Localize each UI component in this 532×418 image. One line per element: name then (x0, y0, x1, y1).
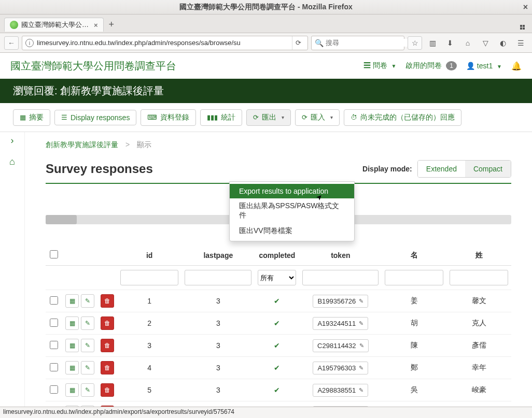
filter-lastname-input[interactable] (450, 270, 508, 285)
filter-lastpage-input[interactable] (185, 270, 251, 285)
view-button[interactable]: ▦ (65, 316, 79, 330)
summary-button[interactable]: ▦摘要 (13, 109, 50, 126)
keyboard-icon: ⌨ (147, 113, 157, 121)
cell-completed: ✔ (255, 290, 299, 312)
user-icon: 👤 (466, 62, 475, 70)
scrollbar-thumb[interactable] (46, 215, 77, 224)
token-pill[interactable]: A298838551✎ (313, 384, 368, 397)
display-compact-button[interactable]: Compact (465, 161, 511, 177)
url-input[interactable] (37, 39, 292, 47)
row-checkbox[interactable] (50, 341, 58, 349)
delete-button[interactable]: 🗑 (101, 361, 114, 374)
tab-title: 國立臺灣師範大學公… (21, 20, 89, 30)
pocket-button[interactable]: ▽ (478, 36, 493, 50)
stats-button[interactable]: ▮▮▮統計 (200, 109, 242, 126)
row-checkbox[interactable] (50, 385, 58, 394)
token-pill[interactable]: A195796303✎ (313, 362, 368, 374)
export-spss-item[interactable]: 匯出結果為SPSS/PASW格式文件 (230, 198, 354, 223)
export-button[interactable]: ⟳匯出▾ (246, 109, 291, 126)
row-checkbox[interactable] (50, 319, 58, 327)
token-text: A193244511 (317, 320, 356, 327)
display-responses-button[interactable]: ☰Display responses (54, 110, 136, 125)
view-button[interactable]: ▦ (65, 361, 79, 374)
delete-button[interactable]: 🗑 (101, 383, 114, 397)
home-button[interactable]: ⌂ (460, 36, 475, 50)
library-button[interactable]: ▥ (425, 36, 440, 50)
import-button[interactable]: ⟳匯入▾ (295, 109, 340, 126)
delete-button[interactable]: 🗑 (101, 294, 114, 308)
col-lastpage[interactable]: lastpage (181, 245, 255, 266)
display-extended-button[interactable]: Extended (418, 161, 465, 177)
page-title: Survey responses (46, 162, 153, 176)
table-row: ▦ ✎ 🗑 1 3 ✔ B199356726✎ 姜 馨文 (46, 290, 511, 312)
row-checkbox[interactable] (50, 296, 58, 305)
col-token[interactable]: token (299, 245, 382, 266)
filter-completed-select[interactable]: 所有 (258, 270, 296, 285)
edit-button[interactable]: ✎ (81, 294, 94, 308)
col-firstname[interactable]: 名 (382, 245, 446, 266)
view-button[interactable]: ▦ (65, 294, 79, 308)
search-bar[interactable]: 🔍 (311, 36, 404, 50)
delete-button[interactable]: 🗑 (101, 316, 114, 330)
browser-tab[interactable]: 國立臺灣師範大學公… × (4, 18, 104, 32)
filter-id-input[interactable] (120, 270, 178, 285)
token-pill[interactable]: A193244511✎ (313, 317, 368, 330)
menu-button[interactable]: ☰ (513, 36, 528, 50)
export-dropdown: Export results to application 匯出結果為SPSS/… (229, 181, 355, 241)
col-completed[interactable]: completed (255, 245, 299, 266)
view-button[interactable]: ▦ (65, 383, 79, 397)
edit-button[interactable]: ✎ (81, 383, 94, 397)
list-icon: ☰ (363, 61, 371, 69)
select-all-checkbox[interactable] (50, 250, 58, 258)
pencil-icon: ✎ (359, 320, 363, 327)
app-nav: ☰ 問卷 ▼ 啟用的問卷 1 👤 test1 ▼ 🔔 (363, 61, 522, 71)
chevron-down-icon: ▾ (330, 114, 333, 120)
breadcrumb-separator: > (125, 140, 130, 149)
site-info-icon[interactable]: i (25, 39, 34, 47)
col-id[interactable]: id (117, 245, 181, 266)
cell-id: 2 (117, 312, 181, 335)
bookmark-button[interactable]: ☆ (408, 36, 422, 50)
search-input[interactable] (326, 39, 413, 47)
tab-close-button[interactable]: × (94, 21, 98, 29)
col-lastname[interactable]: 姓 (446, 245, 511, 266)
edit-button[interactable]: ✎ (81, 316, 94, 330)
bell-icon[interactable]: 🔔 (511, 61, 522, 71)
filter-token-input[interactable] (302, 270, 379, 285)
nav-user[interactable]: 👤 test1 ▼ (466, 62, 502, 70)
downloads-button[interactable]: ⬇ (443, 36, 457, 50)
token-pill[interactable]: C298114432✎ (313, 339, 368, 352)
clock-icon: ⏱ (351, 113, 357, 121)
os-close-button[interactable]: × (523, 3, 528, 12)
edit-button[interactable]: ✎ (81, 339, 94, 352)
incomplete-button[interactable]: ⏱尚未完成的（已儲存的）回應 (344, 109, 461, 126)
cell-lastpage: 3 (181, 357, 255, 379)
back-button[interactable]: ← (4, 36, 19, 50)
search-icon: 🔍 (315, 39, 324, 47)
app-title[interactable]: 國立臺灣師範大學公用問卷調查平台 (10, 59, 176, 73)
overflow-button[interactable] (520, 20, 528, 30)
delete-button[interactable]: 🗑 (101, 339, 114, 352)
row-checkbox[interactable] (50, 363, 58, 371)
edit-button[interactable]: ✎ (81, 361, 94, 374)
filter-firstname-input[interactable] (385, 270, 443, 285)
sidebar-home-button[interactable]: ⌂ (9, 156, 15, 167)
new-tab-button[interactable]: + (109, 19, 115, 30)
reload-button[interactable]: ⟳ (292, 36, 304, 50)
url-bar[interactable]: i ⟳ (22, 36, 308, 50)
export-vv-item[interactable]: 匯出VV問卷檔案 (230, 223, 354, 239)
export-to-app-item[interactable]: Export results to application (230, 184, 354, 198)
breadcrumb-survey-link[interactable]: 創新教學實施課後評量 (46, 140, 118, 149)
data-entry-button[interactable]: ⌨資料登錄 (141, 109, 196, 126)
list-icon: ☰ (61, 113, 67, 121)
table-row: ▦ ✎ 🗑 3 3 ✔ C298114432✎ 陳 彥儒 (46, 335, 511, 357)
doc-icon: ▦ (20, 113, 26, 121)
nav-surveys[interactable]: ☰ 問卷 ▼ (363, 61, 397, 70)
chevron-down-icon: ▼ (391, 63, 396, 69)
nav-active-surveys[interactable]: 啟用的問卷 1 (405, 61, 457, 70)
night-button[interactable]: ◐ (496, 36, 510, 50)
chevron-down-icon: ▾ (282, 114, 284, 120)
view-button[interactable]: ▦ (65, 339, 79, 352)
token-pill[interactable]: B199356726✎ (313, 295, 368, 308)
sidebar-expand-button[interactable]: › (11, 135, 14, 146)
